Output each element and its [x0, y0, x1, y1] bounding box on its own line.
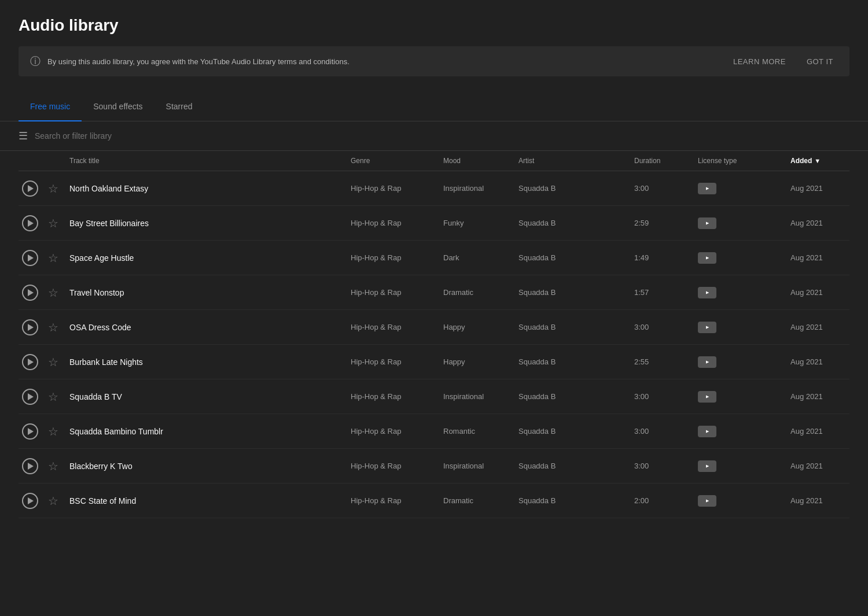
license-type-cell	[693, 391, 786, 403]
play-circle-icon[interactable]	[22, 389, 38, 405]
tab-sound-effects[interactable]: Sound effects	[82, 93, 154, 121]
got-it-button[interactable]: GOT IT	[802, 55, 838, 68]
youtube-license-badge[interactable]	[698, 426, 716, 437]
svg-marker-4	[28, 254, 34, 261]
star-button[interactable]: ☆	[42, 216, 65, 230]
added-cell: Aug 2021	[786, 288, 849, 297]
duration-cell: 3:00	[630, 427, 693, 436]
play-circle-icon[interactable]	[22, 354, 38, 370]
star-icon[interactable]: ☆	[48, 320, 58, 334]
track-title-cell: Squadda B TV	[65, 392, 346, 401]
play-button[interactable]	[19, 319, 42, 335]
play-button[interactable]	[19, 180, 42, 197]
star-icon[interactable]: ☆	[48, 251, 58, 265]
star-button[interactable]: ☆	[42, 494, 65, 508]
col-track-title: Track title	[65, 157, 346, 165]
star-icon[interactable]: ☆	[48, 182, 58, 196]
play-button[interactable]	[19, 458, 42, 474]
tab-starred[interactable]: Starred	[155, 93, 204, 121]
star-icon[interactable]: ☆	[48, 355, 58, 369]
page-header: Audio library ⓘ By using this audio libr…	[0, 0, 868, 86]
search-input[interactable]	[35, 131, 849, 141]
genre-cell: Hip-Hop & Rap	[346, 288, 439, 297]
star-icon[interactable]: ☆	[48, 425, 58, 438]
play-circle-icon[interactable]	[22, 180, 38, 197]
col-added-sort[interactable]: Added ▼	[786, 157, 849, 165]
mood-cell: Inspirational	[439, 462, 514, 470]
play-circle-icon[interactable]	[22, 215, 38, 231]
duration-cell: 1:49	[630, 253, 693, 262]
svg-marker-8	[28, 324, 34, 331]
sort-arrow-icon: ▼	[814, 157, 821, 164]
artist-cell: Squadda B	[514, 357, 630, 366]
play-circle-icon[interactable]	[22, 285, 38, 301]
star-button[interactable]: ☆	[42, 320, 65, 334]
play-circle-icon[interactable]	[22, 493, 38, 509]
duration-cell: 3:00	[630, 323, 693, 331]
col-artist: Artist	[514, 157, 630, 165]
youtube-license-badge[interactable]	[698, 287, 716, 298]
play-button[interactable]	[19, 285, 42, 301]
artist-cell: Squadda B	[514, 219, 630, 227]
track-title-cell: BSC State of Mind	[65, 496, 346, 506]
youtube-license-badge[interactable]	[698, 356, 716, 368]
svg-marker-12	[28, 393, 34, 400]
youtube-license-badge[interactable]	[698, 183, 716, 194]
play-button[interactable]	[19, 389, 42, 405]
genre-cell: Hip-Hop & Rap	[346, 392, 439, 401]
youtube-license-badge[interactable]	[698, 322, 716, 333]
mood-cell: Funky	[439, 219, 514, 227]
table-row: ☆ North Oakland Extasy Hip-Hop & Rap Ins…	[19, 171, 849, 206]
star-button[interactable]: ☆	[42, 182, 65, 196]
artist-cell: Squadda B	[514, 427, 630, 436]
play-button[interactable]	[19, 354, 42, 370]
table-header: Track title Genre Mood Artist Duration L…	[19, 151, 849, 171]
play-button[interactable]	[19, 493, 42, 509]
added-cell: Aug 2021	[786, 462, 849, 470]
play-button[interactable]	[19, 250, 42, 266]
star-icon[interactable]: ☆	[48, 216, 58, 230]
tab-free-music[interactable]: Free music	[19, 93, 82, 121]
col-mood: Mood	[439, 157, 514, 165]
star-icon[interactable]: ☆	[48, 459, 58, 473]
svg-marker-0	[28, 185, 34, 192]
star-button[interactable]: ☆	[42, 251, 65, 265]
play-circle-icon[interactable]	[22, 423, 38, 440]
youtube-license-badge[interactable]	[698, 391, 716, 403]
youtube-license-badge[interactable]	[698, 495, 716, 507]
star-button[interactable]: ☆	[42, 425, 65, 438]
youtube-license-badge[interactable]	[698, 217, 716, 229]
mood-cell: Dark	[439, 253, 514, 262]
play-button[interactable]	[19, 215, 42, 231]
mood-cell: Dramatic	[439, 496, 514, 505]
table-row: ☆ Space Age Hustle Hip-Hop & Rap Dark Sq…	[19, 241, 849, 275]
star-button[interactable]: ☆	[42, 355, 65, 369]
star-button[interactable]: ☆	[42, 459, 65, 473]
star-button[interactable]: ☆	[42, 390, 65, 404]
learn-more-button[interactable]: LEARN MORE	[729, 55, 790, 68]
mood-cell: Inspirational	[439, 392, 514, 401]
play-circle-icon[interactable]	[22, 250, 38, 266]
youtube-license-badge[interactable]	[698, 460, 716, 472]
filter-icon[interactable]: ☰	[19, 130, 28, 142]
table-rows: ☆ North Oakland Extasy Hip-Hop & Rap Ins…	[19, 171, 849, 518]
tabs-bar: Free music Sound effects Starred	[0, 93, 868, 121]
star-icon[interactable]: ☆	[48, 286, 58, 300]
youtube-license-badge[interactable]	[698, 252, 716, 264]
mood-cell: Romantic	[439, 427, 514, 436]
play-circle-icon[interactable]	[22, 319, 38, 335]
added-cell: Aug 2021	[786, 496, 849, 505]
star-icon[interactable]: ☆	[48, 494, 58, 508]
star-button[interactable]: ☆	[42, 286, 65, 300]
genre-cell: Hip-Hop & Rap	[346, 496, 439, 505]
star-icon[interactable]: ☆	[48, 390, 58, 404]
play-circle-icon[interactable]	[22, 458, 38, 474]
search-bar: ☰	[0, 121, 868, 151]
notice-bar: ⓘ By using this audio library, you agree…	[19, 46, 849, 76]
play-button[interactable]	[19, 423, 42, 440]
svg-marker-16	[28, 463, 34, 470]
license-type-cell	[693, 183, 786, 194]
table-row: ☆ Bay Street Billionaires Hip-Hop & Rap …	[19, 206, 849, 241]
genre-cell: Hip-Hop & Rap	[346, 219, 439, 227]
page-title: Audio library	[19, 16, 849, 35]
